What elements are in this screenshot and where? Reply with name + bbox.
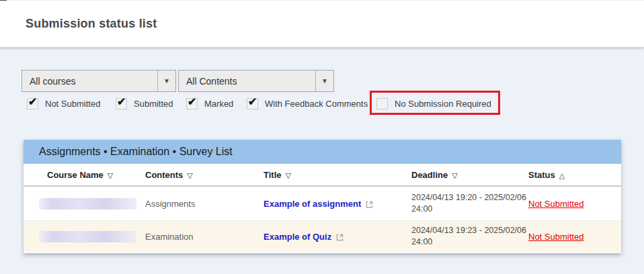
checkbox-label: Marked	[204, 99, 233, 109]
checkbox-label: No Submission Required	[395, 99, 491, 109]
column-header-status[interactable]: Status △	[528, 164, 565, 185]
chevron-down-icon[interactable]: ▼	[315, 71, 333, 91]
checkbox-with-feedback-comments[interactable]: With Feedback Comments	[247, 97, 368, 110]
sort-desc-icon[interactable]: ▽	[108, 171, 113, 180]
column-header-title[interactable]: Title ▽	[264, 164, 291, 185]
column-header-deadline[interactable]: Deadline ▽	[411, 164, 458, 185]
table-title: Assignments • Examination • Survey List	[39, 146, 233, 158]
course-name-cell	[39, 187, 136, 220]
external-link-icon	[365, 200, 374, 209]
table-column-header-row: Course Name ▽ Contents ▽ Title ▽ Deadlin…	[24, 164, 621, 187]
submission-status-page: Submission status list All courses ▼ All…	[0, 0, 644, 274]
checkbox-submitted[interactable]: Submitted	[116, 97, 173, 110]
sort-desc-icon[interactable]: ▽	[452, 171, 457, 180]
column-header-contents[interactable]: Contents ▽	[145, 164, 193, 185]
sort-asc-icon[interactable]: △	[559, 171, 565, 180]
checkbox-icon[interactable]	[186, 98, 198, 109]
course-name-cell	[39, 221, 136, 252]
checkbox-not-submitted[interactable]: Not Submitted	[27, 97, 100, 110]
course-filter-value: All courses	[22, 76, 157, 87]
checkbox-label: With Feedback Comments	[265, 99, 368, 109]
table-row: Examination Example of Quiz 2024/04/13 1…	[24, 221, 621, 252]
checkbox-icon[interactable]	[27, 98, 38, 109]
table-title-bar: Assignments • Examination • Survey List	[24, 140, 621, 164]
deadline-cell: 2024/04/13 19:20 - 2025/02/06 24:00	[411, 187, 526, 220]
checkbox-no-submission-required[interactable]: No Submission Required	[376, 97, 491, 110]
sort-desc-icon[interactable]: ▽	[187, 171, 192, 180]
submission-table: Assignments • Examination • Survey List …	[24, 140, 621, 253]
status-cell: Not Submitted	[528, 187, 583, 220]
title-cell: Example of Quiz	[264, 221, 344, 252]
status-link[interactable]: Not Submitted	[528, 232, 583, 242]
table-row: Assignments Example of assignment 2024/0…	[24, 187, 621, 221]
contents-cell: Examination	[145, 221, 194, 252]
chevron-down-icon[interactable]: ▼	[157, 71, 175, 91]
status-link[interactable]: Not Submitted	[528, 199, 583, 209]
sort-desc-icon[interactable]: ▽	[286, 171, 291, 180]
assignment-link[interactable]: Example of assignment	[264, 199, 361, 209]
checkbox-label: Not Submitted	[45, 99, 100, 109]
quiz-link[interactable]: Example of Quiz	[264, 232, 331, 242]
course-name-redacted	[39, 198, 136, 210]
checkbox-icon[interactable]	[116, 98, 127, 109]
contents-filter-value: All Contents	[179, 76, 315, 87]
status-cell: Not Submitted	[528, 221, 583, 252]
checkbox-label: Submitted	[134, 99, 173, 109]
page-header: Submission status list	[0, 1, 644, 48]
page-title: Submission status list	[26, 17, 157, 31]
deadline-cell: 2024/04/13 19:23 - 2025/02/06 24:00	[411, 221, 526, 252]
contents-cell: Assignments	[145, 187, 195, 220]
course-filter-dropdown[interactable]: All courses ▼	[22, 70, 176, 92]
contents-filter-dropdown[interactable]: All Contents ▼	[178, 70, 334, 92]
column-header-course-name[interactable]: Course Name ▽	[47, 164, 113, 185]
external-link-icon	[335, 233, 344, 242]
course-name-redacted	[39, 231, 136, 242]
checkbox-marked[interactable]: Marked	[186, 97, 233, 110]
title-cell: Example of assignment	[264, 187, 374, 220]
checkbox-icon[interactable]	[376, 98, 388, 109]
checkbox-icon[interactable]	[247, 98, 258, 109]
